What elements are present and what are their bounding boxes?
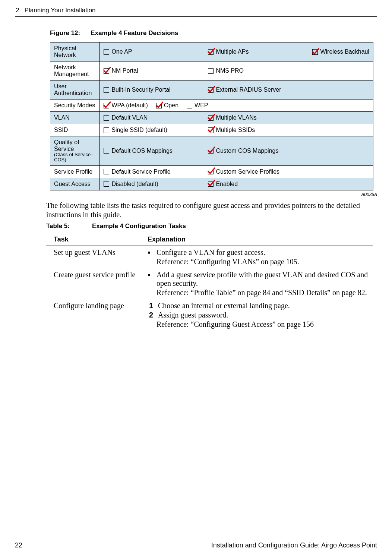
step-number: 1 bbox=[149, 301, 158, 310]
col-header-explanation: Explanation bbox=[140, 233, 373, 246]
option: Open bbox=[156, 102, 178, 109]
option-label: Built-In Security Portal bbox=[111, 86, 170, 93]
option-label: Custom COS Mappings bbox=[216, 148, 278, 154]
bullet-item: Add a guest service profile with the gue… bbox=[155, 271, 370, 288]
decision-row: Quality of Service(Class of Service - CO… bbox=[50, 136, 373, 166]
row-label-text: Network Management bbox=[54, 64, 89, 77]
option: One AP bbox=[104, 48, 197, 55]
decision-row: Physical NetworkOne APMultiple APsWirele… bbox=[50, 42, 373, 61]
option-label: Custom Service Profiles bbox=[216, 168, 279, 175]
decision-row-label: Network Management bbox=[50, 61, 100, 80]
checkbox-checked-icon bbox=[208, 127, 214, 133]
decision-row-label: Service Profile bbox=[50, 165, 100, 178]
checkbox-empty-icon bbox=[104, 148, 109, 154]
option: NM Portal bbox=[104, 67, 197, 74]
option: WPA (default) bbox=[104, 102, 148, 109]
intro-paragraph: The following table lists the tasks requ… bbox=[46, 201, 376, 219]
decision-row-label: Physical Network bbox=[50, 42, 100, 61]
option-label: WEP bbox=[195, 102, 208, 109]
option-label: Default Service Profile bbox=[111, 168, 170, 175]
content-area: Figure 12:Example 4 Feature Decisions Ph… bbox=[15, 29, 377, 331]
option-label: Open bbox=[164, 102, 178, 109]
option: Default COS Mappings bbox=[104, 148, 197, 154]
checkbox-checked-icon bbox=[208, 181, 214, 187]
row-label-text: Physical Network bbox=[54, 45, 76, 58]
step-number: 2 bbox=[149, 311, 158, 319]
row-label-text: Guest Access bbox=[54, 181, 91, 187]
option: WEP bbox=[187, 102, 208, 109]
checkbox-checked-icon bbox=[104, 103, 109, 108]
checkbox-checked-icon bbox=[208, 169, 214, 174]
checkbox-checked-icon bbox=[208, 148, 214, 154]
option: Custom Service Profiles bbox=[208, 168, 301, 175]
option-label: Default COS Mappings bbox=[111, 148, 173, 154]
reference-line: Reference: “Profile Table” on page 84 an… bbox=[157, 288, 370, 297]
decision-row-options: Default COS MappingsCustom COS Mappings bbox=[100, 136, 373, 166]
option: Enabled bbox=[208, 181, 301, 187]
checkbox-empty-icon bbox=[104, 87, 109, 93]
decision-row-label: VLAN bbox=[50, 112, 100, 124]
option: Multiple VLANs bbox=[208, 114, 301, 121]
bullet-list: Configure a VLAN for guest access. bbox=[148, 248, 370, 257]
option-label: Multiple APs bbox=[216, 48, 249, 55]
table-title: Example 4 Configuration Tasks bbox=[92, 222, 186, 230]
decision-row: Network ManagementNM PortalNMS PRO bbox=[50, 61, 373, 80]
row-label-text: Service Profile bbox=[54, 168, 92, 175]
decision-row-options: Single SSID (default)Multiple SSIDs bbox=[100, 124, 373, 136]
task-name: Set up guest VLANs bbox=[46, 246, 140, 268]
checkbox-empty-icon bbox=[104, 181, 109, 187]
option-label: External RADIUS Server bbox=[216, 86, 281, 93]
option-label: NMS PRO bbox=[216, 67, 244, 74]
decision-row-options: Disabled (default)Enabled bbox=[100, 178, 373, 190]
decision-row-options: NM PortalNMS PRO bbox=[100, 61, 373, 80]
task-explanation: 1Choose an internal or external landing … bbox=[140, 299, 373, 331]
option-label: Default VLAN bbox=[111, 114, 148, 121]
option: NMS PRO bbox=[208, 67, 301, 74]
table-label: Table 5: bbox=[46, 222, 70, 230]
decision-row: VLANDefault VLANMultiple VLANs bbox=[50, 112, 373, 124]
checkbox-empty-icon bbox=[104, 127, 109, 133]
step-text: Choose an internal or external landing p… bbox=[158, 301, 290, 310]
running-header: 2 Planning Your Installation bbox=[15, 7, 377, 16]
row-label-text: Quality of Service bbox=[54, 139, 79, 152]
numbered-item: 1Choose an internal or external landing … bbox=[148, 301, 370, 310]
option-label: Disabled (default) bbox=[111, 181, 158, 187]
option-label: Multiple SSIDs bbox=[216, 127, 255, 133]
numbered-list: 1Choose an internal or external landing … bbox=[148, 301, 370, 319]
decision-row-label: Guest Access bbox=[50, 178, 100, 190]
page: 2 Planning Your Installation Figure 12:E… bbox=[0, 0, 392, 556]
option: Default VLAN bbox=[104, 114, 197, 121]
option: Disabled (default) bbox=[104, 181, 197, 187]
decision-row: SSIDSingle SSID (default)Multiple SSIDs bbox=[50, 124, 373, 136]
option: Single SSID (default) bbox=[104, 127, 197, 133]
option-label: Enabled bbox=[216, 181, 238, 187]
checkbox-checked-icon bbox=[208, 115, 214, 121]
bullet-item: Configure a VLAN for guest access. bbox=[155, 248, 370, 257]
table-caption: Table 5:Example 4 Configuration Tasks bbox=[46, 222, 377, 230]
checkbox-empty-icon bbox=[208, 68, 214, 74]
decision-row-options: One APMultiple APsWireless Backhaul bbox=[100, 42, 373, 61]
checkbox-checked-icon bbox=[208, 49, 214, 55]
task-explanation: Configure a VLAN for guest access.Refere… bbox=[140, 246, 373, 268]
row-label-text: Security Modes bbox=[54, 102, 95, 108]
checkbox-empty-icon bbox=[104, 49, 109, 55]
checkbox-empty-icon bbox=[104, 169, 109, 174]
chapter-title: Planning Your Installation bbox=[25, 7, 96, 14]
option: External RADIUS Server bbox=[208, 86, 301, 93]
row-label-text: SSID bbox=[54, 127, 68, 133]
option-label: Multiple VLANs bbox=[216, 114, 256, 121]
checkbox-checked-icon bbox=[104, 68, 109, 74]
option: Wireless Backhaul bbox=[312, 48, 369, 55]
checkbox-empty-icon bbox=[187, 103, 192, 108]
row-label-text: VLAN bbox=[54, 114, 70, 121]
checkbox-empty-icon bbox=[104, 115, 109, 121]
task-name: Create guest service profile bbox=[46, 268, 140, 299]
task-row: Create guest service profileAdd a guest … bbox=[46, 268, 373, 299]
option: Built-In Security Portal bbox=[104, 86, 197, 93]
decision-row-label: SSID bbox=[50, 124, 100, 136]
option-label: One AP bbox=[111, 48, 132, 55]
header-rule bbox=[15, 16, 377, 17]
task-row: Configure landing page1Choose an interna… bbox=[46, 299, 373, 331]
feature-decisions-table: Physical NetworkOne APMultiple APsWirele… bbox=[50, 42, 373, 190]
option: Default Service Profile bbox=[104, 168, 197, 175]
